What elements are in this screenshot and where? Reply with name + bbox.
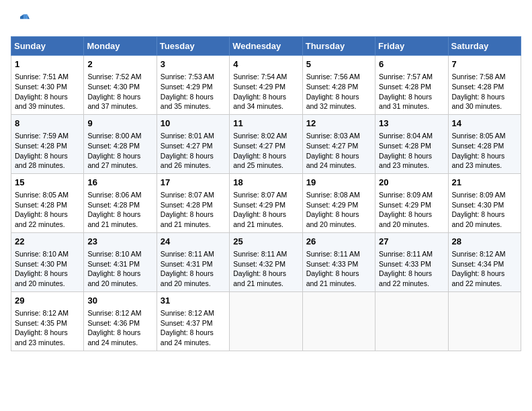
day-info: Daylight: 8 hours and 20 minutes.	[379, 210, 444, 229]
day-info: Sunset: 4:28 PM	[87, 200, 152, 210]
day-number: 27	[379, 236, 444, 248]
calendar-table: Sunday Monday Tuesday Wednesday Thursday…	[11, 36, 521, 351]
calendar-cell: 15Sunrise: 8:05 AMSunset: 4:28 PMDayligh…	[11, 173, 84, 232]
calendar-cell: 21Sunrise: 8:09 AMSunset: 4:30 PMDayligh…	[448, 173, 521, 232]
day-info: Daylight: 8 hours and 22 minutes.	[452, 269, 517, 288]
day-number: 9	[87, 118, 152, 130]
day-info: Sunrise: 8:02 AM	[233, 131, 298, 141]
day-number: 26	[306, 236, 371, 248]
calendar-week-5: 29Sunrise: 8:12 AMSunset: 4:35 PMDayligh…	[11, 291, 521, 351]
day-info: Daylight: 8 hours and 35 minutes.	[161, 92, 226, 111]
page-header	[11, 11, 521, 30]
day-info: Daylight: 8 hours and 21 minutes.	[87, 210, 152, 229]
day-info: Sunset: 4:28 PM	[452, 141, 517, 151]
day-info: Daylight: 8 hours and 20 minutes.	[15, 269, 80, 288]
day-info: Sunrise: 8:12 AM	[161, 308, 226, 318]
day-info: Sunset: 4:31 PM	[161, 259, 226, 269]
day-info: Sunrise: 8:10 AM	[87, 249, 152, 259]
day-info: Sunset: 4:32 PM	[233, 259, 298, 269]
day-info: Sunset: 4:28 PM	[161, 200, 226, 210]
day-number: 4	[233, 58, 298, 71]
day-info: Sunrise: 8:11 AM	[379, 249, 444, 259]
day-number: 18	[233, 177, 298, 189]
day-info: Sunrise: 8:00 AM	[87, 131, 152, 141]
calendar-week-1: 1Sunrise: 7:51 AMSunset: 4:30 PMDaylight…	[11, 56, 521, 115]
calendar-cell: 10Sunrise: 8:01 AMSunset: 4:27 PMDayligh…	[157, 114, 229, 173]
day-info: Sunrise: 8:03 AM	[306, 131, 371, 141]
calendar-cell: 2Sunrise: 7:52 AMSunset: 4:30 PMDaylight…	[84, 56, 157, 115]
day-info: Sunrise: 8:11 AM	[306, 249, 371, 259]
day-info: Sunset: 4:28 PM	[15, 141, 80, 151]
day-number: 22	[15, 236, 80, 248]
calendar-cell	[448, 291, 521, 351]
calendar-cell: 9Sunrise: 8:00 AMSunset: 4:28 PMDaylight…	[84, 114, 157, 173]
day-info: Daylight: 8 hours and 30 minutes.	[452, 92, 517, 111]
day-info: Daylight: 8 hours and 31 minutes.	[379, 92, 444, 111]
day-number: 19	[306, 177, 371, 189]
day-info: Sunrise: 8:11 AM	[233, 249, 298, 259]
day-number: 31	[161, 295, 226, 307]
calendar-cell	[302, 291, 375, 351]
day-info: Daylight: 8 hours and 22 minutes.	[379, 269, 444, 288]
day-info: Sunrise: 8:10 AM	[15, 249, 80, 259]
calendar-cell: 28Sunrise: 8:12 AMSunset: 4:34 PMDayligh…	[448, 232, 521, 291]
day-info: Sunset: 4:30 PM	[15, 82, 80, 92]
day-number: 21	[452, 177, 517, 189]
day-info: Daylight: 8 hours and 23 minutes.	[452, 151, 517, 171]
day-info: Sunrise: 7:54 AM	[233, 72, 298, 82]
day-info: Sunset: 4:29 PM	[233, 200, 298, 210]
calendar-cell: 18Sunrise: 8:07 AMSunset: 4:29 PMDayligh…	[230, 173, 302, 232]
day-number: 24	[161, 236, 226, 248]
calendar-week-4: 22Sunrise: 8:10 AMSunset: 4:30 PMDayligh…	[11, 232, 521, 291]
day-number: 23	[87, 236, 152, 248]
day-info: Sunset: 4:28 PM	[306, 82, 371, 92]
day-info: Sunrise: 7:59 AM	[15, 131, 80, 141]
svg-rect-0	[11, 11, 30, 30]
day-info: Sunset: 4:28 PM	[452, 82, 517, 92]
calendar-cell: 22Sunrise: 8:10 AMSunset: 4:30 PMDayligh…	[11, 232, 84, 291]
day-info: Daylight: 8 hours and 23 minutes.	[15, 328, 80, 347]
day-info: Daylight: 8 hours and 20 minutes.	[87, 269, 152, 288]
calendar-cell: 31Sunrise: 8:12 AMSunset: 4:37 PMDayligh…	[157, 291, 229, 351]
day-number: 29	[15, 295, 80, 307]
day-info: Daylight: 8 hours and 26 minutes.	[161, 151, 226, 171]
day-info: Daylight: 8 hours and 39 minutes.	[15, 92, 80, 111]
calendar-cell	[375, 291, 448, 351]
day-info: Daylight: 8 hours and 21 minutes.	[233, 210, 298, 229]
day-info: Sunrise: 8:12 AM	[452, 249, 517, 259]
day-number: 17	[161, 177, 226, 189]
day-info: Daylight: 8 hours and 24 minutes.	[161, 328, 226, 347]
day-info: Daylight: 8 hours and 22 minutes.	[15, 210, 80, 229]
day-info: Daylight: 8 hours and 34 minutes.	[233, 92, 298, 111]
day-number: 6	[379, 58, 444, 71]
svg-marker-2	[24, 14, 27, 19]
day-info: Sunrise: 8:08 AM	[306, 190, 371, 200]
day-info: Sunset: 4:27 PM	[161, 141, 226, 151]
day-number: 11	[233, 118, 298, 130]
calendar-cell: 19Sunrise: 8:08 AMSunset: 4:29 PMDayligh…	[302, 173, 375, 232]
col-thursday: Thursday	[302, 37, 375, 56]
day-info: Sunset: 4:34 PM	[452, 259, 517, 269]
day-info: Sunset: 4:28 PM	[15, 200, 80, 210]
day-info: Sunrise: 8:07 AM	[161, 190, 226, 200]
calendar-week-2: 8Sunrise: 7:59 AMSunset: 4:28 PMDaylight…	[11, 114, 521, 173]
day-number: 5	[306, 58, 371, 71]
calendar-cell: 17Sunrise: 8:07 AMSunset: 4:28 PMDayligh…	[157, 173, 229, 232]
day-info: Sunset: 4:27 PM	[233, 141, 298, 151]
day-number: 1	[15, 58, 80, 71]
day-info: Daylight: 8 hours and 28 minutes.	[15, 151, 80, 171]
col-monday: Monday	[84, 37, 157, 56]
day-info: Daylight: 8 hours and 37 minutes.	[87, 92, 152, 111]
day-number: 13	[379, 118, 444, 130]
day-number: 3	[161, 58, 226, 71]
day-info: Sunset: 4:35 PM	[15, 318, 80, 328]
day-info: Sunrise: 8:09 AM	[452, 190, 517, 200]
day-info: Sunset: 4:37 PM	[161, 318, 226, 328]
day-info: Sunrise: 8:05 AM	[15, 190, 80, 200]
day-info: Daylight: 8 hours and 24 minutes.	[87, 328, 152, 347]
col-sunday: Sunday	[11, 37, 84, 56]
calendar-cell: 1Sunrise: 7:51 AMSunset: 4:30 PMDaylight…	[11, 56, 84, 115]
col-friday: Friday	[375, 37, 448, 56]
day-info: Sunrise: 7:51 AM	[15, 72, 80, 82]
calendar-cell: 11Sunrise: 8:02 AMSunset: 4:27 PMDayligh…	[230, 114, 302, 173]
